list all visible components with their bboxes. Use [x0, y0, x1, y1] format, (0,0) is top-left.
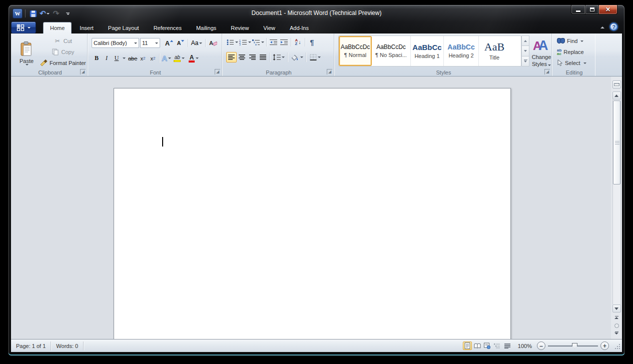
word-count-status[interactable]: Words: 0 [51, 342, 84, 350]
zoom-in-button[interactable]: + [600, 342, 609, 350]
multilevel-list-button[interactable] [252, 37, 265, 48]
highlight-button[interactable]: ab [172, 53, 187, 64]
style-normal[interactable]: AaBbCcDc ¶ Normal [339, 36, 372, 66]
document-page[interactable] [114, 88, 511, 339]
strikethrough-button[interactable]: abe [128, 53, 138, 64]
styles-gallery-more-button[interactable] [521, 56, 529, 66]
change-styles-button[interactable]: AA Change Styles [531, 35, 552, 71]
scrollbar-thumb[interactable] [613, 100, 620, 184]
redo-button[interactable]: ↷ [51, 8, 61, 18]
style-heading1[interactable]: AaBbCc Heading 1 [411, 36, 444, 66]
find-button[interactable]: Find [556, 36, 584, 46]
clear-formatting-button[interactable]: A [207, 38, 219, 48]
save-button[interactable] [28, 8, 38, 18]
draft-view-button[interactable] [503, 342, 512, 350]
shrink-font-button[interactable]: A [175, 38, 186, 48]
select-browse-object-button[interactable] [614, 324, 619, 328]
justify-button[interactable] [258, 52, 268, 62]
increase-indent-button[interactable] [279, 37, 289, 48]
paste-dropdown-arrow[interactable] [26, 64, 29, 66]
next-page-button[interactable] [612, 330, 620, 336]
full-screen-reading-view-button[interactable] [473, 342, 482, 350]
minimize-button[interactable] [571, 5, 585, 14]
underline-dropdown-arrow[interactable] [123, 58, 126, 59]
clipboard-dialog-launcher[interactable]: ◢ [80, 69, 86, 74]
styles-dialog-launcher[interactable]: ◢ [544, 69, 550, 74]
font-family-dropdown-arrow[interactable] [134, 42, 137, 44]
print-layout-view-button[interactable] [463, 342, 472, 350]
styles-scroll-up-button[interactable] [521, 36, 529, 46]
shading-button[interactable] [289, 52, 304, 62]
sort-button[interactable]: AZ ↓ [293, 37, 303, 48]
collapse-ribbon-button[interactable] [599, 24, 606, 30]
tab-add-ins[interactable]: Add-Ins [283, 22, 315, 34]
paste-icon [20, 42, 33, 56]
align-center-button[interactable] [237, 52, 247, 62]
tab-review[interactable]: Review [224, 22, 255, 34]
align-right-button[interactable] [247, 52, 258, 62]
align-left-button[interactable] [226, 52, 237, 62]
zoom-out-button[interactable]: – [537, 342, 545, 350]
cut-button[interactable]: ✂ Cut [39, 36, 87, 46]
format-painter-button[interactable]: Format Painter [39, 58, 87, 68]
outline-view-button[interactable] [493, 342, 502, 350]
borders-button[interactable] [308, 52, 323, 62]
font-size-combobox[interactable]: 11 [140, 38, 160, 48]
web-layout-view-button[interactable] [483, 342, 492, 350]
tab-references[interactable]: References [147, 22, 188, 34]
select-button[interactable]: Select [556, 58, 587, 68]
zoom-level-label[interactable]: 100% [518, 343, 532, 349]
replace-button[interactable]: abac Replace [556, 47, 584, 57]
style-no-spacing[interactable]: AaBbCcDc ¶ No Spaci... [372, 36, 411, 66]
previous-page-button[interactable] [612, 314, 620, 321]
font-family-combobox[interactable]: Calibri (Body) [92, 38, 139, 48]
change-case-button[interactable]: Aa [190, 38, 204, 48]
paragraph-dialog-launcher[interactable]: ◢ [327, 69, 332, 74]
font-color-button[interactable]: A [187, 53, 201, 64]
grow-font-button[interactable]: A [163, 38, 175, 48]
bold-button[interactable]: B [92, 53, 102, 64]
qat-customize-button[interactable] [63, 8, 73, 18]
bullets-button[interactable] [226, 37, 239, 48]
underline-button[interactable]: U [112, 53, 122, 64]
italic-button[interactable]: I [102, 53, 112, 64]
scrollbar-track[interactable] [612, 100, 621, 304]
copy-button[interactable]: Copy [39, 46, 87, 58]
resize-grip[interactable] [614, 343, 620, 349]
paste-button[interactable]: Paste [17, 35, 37, 70]
ruler-toggle-button[interactable] [612, 80, 621, 88]
help-button[interactable]: ? [609, 22, 618, 31]
close-button[interactable]: ✕ [599, 5, 617, 14]
zoom-slider-track[interactable] [548, 346, 598, 346]
word-app-icon[interactable]: W [13, 8, 23, 18]
show-hide-marks-button[interactable]: ¶ [307, 37, 317, 48]
subscript-button[interactable]: x2 [138, 53, 148, 64]
tab-mailings[interactable]: Mailings [190, 22, 223, 34]
office-menu-button[interactable] [11, 22, 36, 34]
style-title[interactable]: AaB Title [479, 36, 510, 66]
tab-insert[interactable]: Insert [73, 22, 100, 34]
superscript-button[interactable]: x2 [148, 53, 158, 64]
undo-dropdown-arrow[interactable] [47, 13, 50, 14]
font-dialog-launcher[interactable]: ◢ [215, 69, 220, 74]
decrease-indent-button[interactable] [268, 37, 279, 48]
text-effects-button[interactable]: A [161, 53, 172, 64]
styles-scroll-down-button[interactable] [521, 46, 529, 56]
font-size-dropdown-arrow[interactable] [155, 42, 158, 44]
font-group-label: Font [89, 70, 222, 76]
scroll-down-button[interactable] [612, 304, 621, 312]
titlebar[interactable]: W ↶ ↷ Document1 - Micro [9, 5, 624, 22]
page-count-status[interactable]: Page: 1 of 1 [11, 342, 51, 350]
tab-page-layout[interactable]: Page Layout [102, 22, 146, 34]
style-heading2[interactable]: AaBbCc Heading 2 [444, 36, 479, 66]
tab-home[interactable]: Home [43, 22, 72, 34]
scroll-up-button[interactable] [612, 92, 621, 100]
numbering-button[interactable]: 123 [239, 37, 252, 48]
tab-view[interactable]: View [257, 22, 282, 34]
maximize-button[interactable] [585, 5, 599, 14]
undo-button[interactable]: ↶ [40, 8, 50, 18]
zoom-slider-thumb[interactable] [572, 343, 577, 349]
line-spacing-button[interactable] [272, 52, 286, 62]
grow-font-icon: A [165, 40, 170, 47]
document-area[interactable] [11, 76, 622, 339]
